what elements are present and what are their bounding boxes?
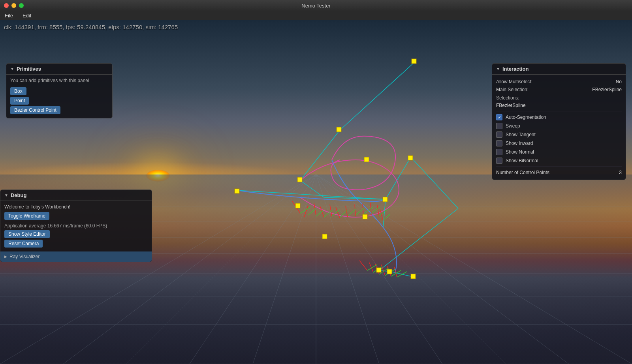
sweep-checkbox[interactable]	[496, 123, 502, 129]
allow-multiselect-value: No	[616, 79, 622, 84]
show-binormal-label: Show BiNormal	[506, 158, 622, 163]
interaction-panel: ▼ Interaction Allow Multiselect: No Main…	[492, 63, 626, 180]
stats-display: clk: 144391, frm: 8555, fps: 59.248845, …	[4, 24, 178, 30]
traffic-lights	[4, 3, 24, 8]
show-normal-label: Show Normal	[506, 149, 622, 155]
show-binormal-checkbox[interactable]	[496, 158, 502, 164]
bezier-control-point-button[interactable]: Bezier Control Point	[10, 106, 60, 114]
show-normal-row[interactable]: Show Normal	[496, 148, 622, 156]
stats-text: clk: 144391, frm: 8555, fps: 59.248845, …	[4, 24, 178, 30]
interaction-chevron: ▼	[496, 67, 500, 71]
main-selection-row: Main Selection: FBezierSpline	[496, 86, 622, 94]
debug-title: Debug	[11, 192, 26, 198]
primitives-header[interactable]: ▼ Primitives	[6, 64, 112, 75]
divider	[496, 111, 622, 111]
show-tangent-checkbox[interactable]	[496, 131, 502, 138]
auto-segmentation-row[interactable]: Auto-Segmentation	[496, 113, 622, 122]
viewport[interactable]: clk: 144391, frm: 8555, fps: 59.248845, …	[0, 20, 632, 364]
show-inward-label: Show Inward	[506, 141, 622, 146]
primitives-body: You can add primitives with this panel B…	[6, 75, 112, 118]
debug-panel: ▼ Debug Welcome to Toby's Workbench! Tog…	[0, 190, 152, 262]
ray-visualizer-header[interactable]: ▶ Ray Visualizer	[0, 251, 152, 262]
debug-body: Welcome to Toby's Workbench! Toggle Wire…	[0, 201, 152, 262]
menubar: File Edit	[0, 11, 632, 20]
show-tangent-row[interactable]: Show Tangent	[496, 130, 622, 139]
show-style-editor-button[interactable]: Show Style Editor	[4, 230, 50, 238]
show-binormal-row[interactable]: Show BiNormal	[496, 156, 622, 165]
box-button[interactable]: Box	[10, 87, 26, 95]
primitives-chevron: ▼	[10, 67, 14, 71]
show-inward-checkbox[interactable]	[496, 140, 502, 146]
show-tangent-label: Show Tangent	[506, 132, 622, 137]
interaction-title: Interaction	[502, 66, 529, 72]
selections-label: Selections:	[496, 94, 622, 101]
close-button[interactable]	[4, 3, 9, 8]
selections-value: FBezierSpline	[496, 103, 526, 108]
debug-chevron: ▼	[4, 193, 8, 197]
window-title: Nemo Tester	[301, 3, 330, 9]
ray-viz-label: Ray Visualizer	[9, 254, 40, 259]
primitives-description: You can add primitives with this panel	[10, 78, 108, 83]
fps-text: Application average 16.667 ms/frame (60.…	[4, 223, 148, 229]
ray-viz-triangle: ▶	[4, 255, 7, 259]
menu-file[interactable]: File	[3, 13, 15, 19]
toggle-wireframe-button[interactable]: Toggle Wireframe	[4, 212, 49, 220]
auto-segmentation-checkbox[interactable]	[496, 114, 502, 120]
show-inward-row[interactable]: Show Inward	[496, 139, 622, 148]
primitives-title: Primitives	[17, 66, 41, 72]
debug-welcome: Welcome to Toby's Workbench!	[4, 204, 148, 210]
main-selection-value: FBezierSpline	[592, 87, 622, 92]
primitives-panel: ▼ Primitives You can add primitives with…	[6, 63, 113, 118]
allow-multiselect-label: Allow Multiselect:	[496, 79, 616, 84]
menu-edit[interactable]: Edit	[21, 13, 33, 19]
sweep-row[interactable]: Sweep	[496, 122, 622, 130]
point-button[interactable]: Point	[10, 97, 29, 105]
reset-camera-button[interactable]: Reset Camera	[4, 240, 43, 248]
sweep-label: Sweep	[506, 123, 622, 129]
interaction-body: Allow Multiselect: No Main Selection: FB…	[492, 75, 626, 180]
divider2	[496, 167, 622, 167]
control-points-value: 3	[619, 170, 622, 175]
minimize-button[interactable]	[11, 3, 16, 8]
interaction-header[interactable]: ▼ Interaction	[492, 64, 626, 75]
debug-header[interactable]: ▼ Debug	[0, 190, 152, 201]
show-normal-checkbox[interactable]	[496, 149, 502, 155]
auto-segmentation-label: Auto-Segmentation	[506, 114, 622, 120]
titlebar: Nemo Tester	[0, 0, 632, 11]
control-points-row: Number of Control Points: 3	[496, 169, 622, 176]
maximize-button[interactable]	[19, 3, 24, 8]
allow-multiselect-row: Allow Multiselect: No	[496, 78, 622, 86]
control-points-label: Number of Control Points:	[496, 170, 619, 175]
selections-value-row: FBezierSpline	[496, 101, 622, 109]
main-selection-label: Main Selection:	[496, 87, 592, 92]
